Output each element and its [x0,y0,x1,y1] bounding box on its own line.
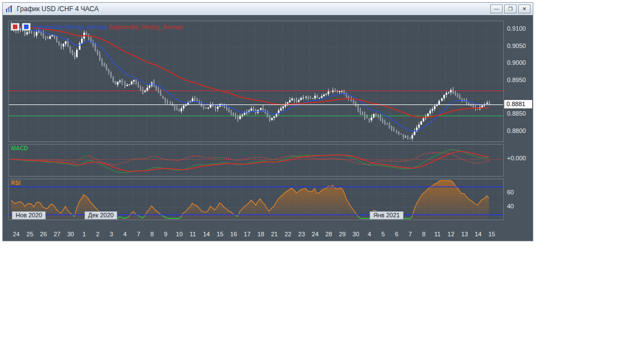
chart-window: График USD /CHF 4 ЧАСА — ❐ ✕ Exponential… [2,2,533,241]
ema-slow-label: Exponential_Moving_Average [110,24,184,30]
current-price-label: 0.8881 [504,100,532,108]
time-axis-label: 22 [282,231,294,237]
price-axis-tick: 0.9050 [507,42,526,49]
price-axis-tick: 0.9000 [507,59,526,66]
time-axis-label: 9 [159,231,172,237]
window-title: График USD /CHF 4 ЧАСА [17,5,487,13]
rsi-label: RSI [11,180,21,186]
time-axis-label: 30 [350,231,362,237]
period-marker: Нов 2020 [12,211,46,220]
time-axis-label: 11 [187,231,199,237]
minimize-button[interactable]: — [490,4,503,13]
time-axis-label: 27 [51,231,63,237]
rsi-panel: RSI [8,179,504,220]
chart-body: Exponential_Moving_Average Exponential_M… [3,15,533,241]
time-axis-label: 5 [377,231,389,237]
chart-icon [5,5,14,13]
time-axis-label: 24 [10,231,22,237]
time-axis-label: 11 [431,231,443,237]
time-axis-label: 6 [391,231,403,237]
time-axis-label: 28 [323,231,335,237]
macd-label: MACD [11,145,28,151]
time-axis-label: 4 [119,231,131,237]
time-axis-label: 4 [363,231,376,237]
ema-slow-color-chip[interactable] [11,23,20,31]
time-axis-label: 3 [105,231,117,237]
time-axis-label: 18 [255,231,267,237]
time-axis-label: 12 [445,231,457,237]
time-axis-label: 17 [241,231,253,237]
time-axis-label: 26 [37,231,50,237]
price-axis-tick: 0.8950 [507,77,526,83]
time-axis-label: 2 [92,231,104,237]
window-titlebar[interactable]: График USD /CHF 4 ЧАСА — ❐ ✕ [3,3,533,16]
time-axis-label: 23 [295,231,307,237]
time-axis-label: 21 [268,231,281,237]
period-marker: Янв 2021 [370,211,404,220]
rsi-axis-tick: 40 [507,203,514,209]
rsi-chart-canvas[interactable] [9,179,503,220]
price-axis-tick: 0.8800 [507,127,526,134]
time-axis-label: 8 [418,231,430,237]
time-axis-label: 8 [146,231,158,237]
price-panel: Exponential_Moving_Average Exponential_M… [8,21,504,142]
time-axis-label: 1 [78,231,91,237]
time-axis-label: 13 [458,231,471,237]
price-chart-canvas[interactable] [9,21,503,141]
time-axis-label: 25 [23,231,36,237]
price-axis-tick: 0.9100 [507,25,526,32]
rsi-axis-tick: 60 [507,189,514,196]
macd-chart-canvas[interactable] [9,145,503,176]
time-axis-label: 29 [336,231,348,237]
price-axis-tick: 0.8850 [507,110,526,117]
time-axis-label: 24 [309,231,321,237]
time-axis-label: 7 [132,231,145,237]
period-marker: Дек 2020 [84,211,118,220]
close-button[interactable]: ✕ [518,4,531,13]
time-axis-label: 7 [404,231,416,237]
time-axis-label: 10 [173,231,186,237]
maximize-button[interactable]: ❐ [504,4,517,13]
time-axis-label: 16 [228,231,240,237]
ema-fast-label: Exponential_Moving_Average [33,24,107,30]
time-axis-label: 15 [214,231,226,237]
time-axis-label: 30 [64,231,77,237]
macd-axis-tick: +0.000 [507,155,526,161]
time-axis-label: 15 [486,231,498,237]
ema-fast-color-chip[interactable] [22,23,31,31]
macd-panel: MACD [8,144,504,177]
time-axis-label: 14 [200,231,212,237]
time-axis-label: 14 [472,231,484,237]
indicator-legend: Exponential_Moving_Average Exponential_M… [11,23,183,31]
